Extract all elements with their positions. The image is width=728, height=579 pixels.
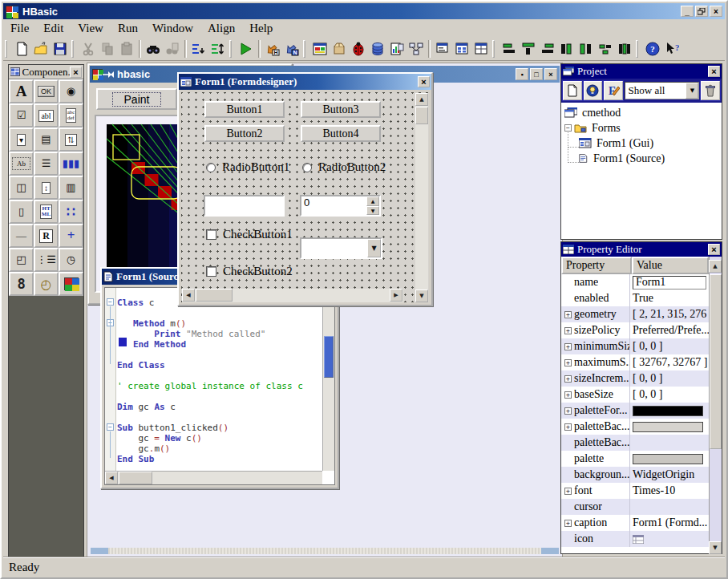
scroll-bar-component-icon[interactable]: ↕ xyxy=(34,176,59,200)
code-line[interactable]: gc.m() xyxy=(117,443,322,454)
designed-button1[interactable]: Button1 xyxy=(204,101,285,118)
project-new-icon[interactable] xyxy=(563,81,582,100)
expand-icon[interactable]: + xyxy=(564,488,572,495)
menu-file[interactable]: File xyxy=(3,20,36,37)
designed-checkbutton2[interactable]: CheckButton2 xyxy=(206,265,293,278)
toolbar-grip[interactable] xyxy=(71,40,77,58)
dial-component-icon[interactable]: ◷ xyxy=(59,248,83,272)
property-row-cursor[interactable]: cursor xyxy=(561,499,709,515)
combo-box-component-icon[interactable]: ▾ xyxy=(9,128,34,152)
color-swatch[interactable] xyxy=(633,454,703,464)
find-in-files-icon[interactable] xyxy=(163,39,182,59)
property-scrollbar[interactable]: ▲ ▼ xyxy=(709,257,722,553)
new-file-icon[interactable] xyxy=(12,39,31,59)
designed-button3[interactable]: Button3 xyxy=(301,101,381,118)
app-close-icon[interactable]: × xyxy=(544,68,557,80)
expand-icon[interactable]: + xyxy=(564,327,572,334)
spin-arrows[interactable]: ▲▼ xyxy=(366,196,379,215)
radio-button-component-icon[interactable]: ◉ xyxy=(59,79,83,103)
line-component-icon[interactable]: — xyxy=(9,224,34,248)
property-row-paletteBac[interactable]: paletteBac... xyxy=(561,435,709,451)
minimize-button[interactable]: _ xyxy=(681,6,694,17)
expand-icon[interactable]: + xyxy=(564,359,572,366)
save-icon[interactable] xyxy=(51,39,70,59)
code-area[interactable]: Class c Method m() Print "Method called"… xyxy=(117,288,322,471)
build-native-icon[interactable]: N xyxy=(282,39,301,59)
code-line[interactable]: Sub button1_clicked() xyxy=(117,423,322,433)
paint-button[interactable]: Paint xyxy=(96,88,177,110)
html-view-component-icon[interactable]: HT ML xyxy=(34,200,59,224)
designed-radiobutton2[interactable]: RadioButton2 xyxy=(302,160,386,174)
form-designer-icon[interactable] xyxy=(310,39,330,59)
property-row-paletteFor[interactable]: +paletteFor... xyxy=(561,403,709,419)
expand-icon[interactable]: + xyxy=(564,407,572,415)
property-row-sizeIncrem[interactable]: +sizeIncrem...[ 0, 0 ] xyxy=(561,370,709,387)
tree-item-form1-source[interactable]: Form1 (Source) xyxy=(561,151,722,166)
property-row-maximumS[interactable]: +maximumS...[ 32767, 32767 ] xyxy=(561,354,709,370)
fold-collapse-icon[interactable]: − xyxy=(107,423,114,431)
find-icon[interactable] xyxy=(144,39,163,59)
code-line[interactable]: Dim gc As c xyxy=(117,402,322,412)
designer-title-bar[interactable]: Form1 (Formdesigner) × xyxy=(179,74,431,90)
designed-spinbox[interactable]: 0 ▲▼ xyxy=(300,195,381,217)
property-row-enabled[interactable]: enabledTrue xyxy=(561,290,709,306)
multi-line-edit-component-icon[interactable]: abc def xyxy=(59,103,83,128)
menu-help[interactable]: Help xyxy=(242,20,280,37)
property-column-header[interactable]: Property xyxy=(561,257,632,274)
run-icon[interactable] xyxy=(237,39,256,59)
code-line[interactable]: End Class xyxy=(117,360,322,370)
code-line[interactable]: End Sub xyxy=(117,454,322,464)
resize-grip[interactable] xyxy=(541,548,559,554)
app-maximize-icon[interactable]: □ xyxy=(530,68,543,80)
property-row-name[interactable]: nameForm1 xyxy=(561,274,709,290)
project-title-bar[interactable]: Project × xyxy=(561,64,722,79)
menu-align[interactable]: Align xyxy=(200,20,242,37)
package-icon[interactable] xyxy=(330,39,349,59)
designer-canvas[interactable]: Button1 Button3 Button2 Button4 RadioBut… xyxy=(181,92,429,302)
code-line[interactable]: Method m() xyxy=(117,318,322,329)
code-line[interactable]: ' create global instance of class c xyxy=(117,381,322,391)
toolbar-grip[interactable] xyxy=(492,40,498,58)
project-filter-select[interactable]: Show all ▼ xyxy=(625,82,700,99)
property-editor-title-bar[interactable]: Property Editor × xyxy=(561,242,722,257)
database-icon[interactable] xyxy=(368,39,387,59)
same-width-icon[interactable] xyxy=(576,39,596,59)
property-value-edit[interactable]: Form1 xyxy=(633,276,706,290)
expand-icon[interactable]: + xyxy=(564,391,572,399)
project-edit-icon[interactable]: E xyxy=(604,81,623,100)
fold-block-marker[interactable] xyxy=(119,338,127,346)
restore-button[interactable] xyxy=(695,6,708,17)
toolbar-grip[interactable] xyxy=(5,40,10,58)
expand-icon[interactable]: + xyxy=(564,375,572,383)
menu-view[interactable]: View xyxy=(71,20,111,37)
property-row-caption[interactable]: +captionForm1 (Formd... xyxy=(561,515,709,531)
designed-lineedit[interactable] xyxy=(204,195,285,217)
designed-checkbutton1[interactable]: CheckButton1 xyxy=(206,228,293,241)
align-left-icon[interactable] xyxy=(499,39,519,59)
report-icon[interactable] xyxy=(387,39,406,59)
copy-icon[interactable] xyxy=(98,39,117,59)
code-line[interactable] xyxy=(117,350,322,360)
source-hscrollbar[interactable]: ◀ xyxy=(105,471,322,484)
project-delete-icon[interactable] xyxy=(701,81,720,100)
code-line[interactable]: gc = New c() xyxy=(117,433,322,443)
fold-collapse-icon[interactable]: − xyxy=(107,298,114,306)
toolbar-grip[interactable] xyxy=(636,40,641,58)
designed-button2[interactable]: Button2 xyxy=(204,125,285,142)
designer-hscrollbar[interactable]: ◀ ▶ xyxy=(182,289,403,302)
property-row-font[interactable]: +fontTimes-10 xyxy=(561,483,709,499)
progress-bar-component-icon[interactable]: ▮▮▮ xyxy=(59,152,83,176)
debug-icon[interactable] xyxy=(349,39,368,59)
toolbar-grip[interactable] xyxy=(229,40,235,58)
property-row-palette[interactable]: palette xyxy=(561,451,709,467)
tree-item-form1-gui[interactable]: Form1 (Gui) xyxy=(561,136,722,151)
code-line[interactable] xyxy=(117,412,322,423)
tab-widget-component-icon[interactable]: ◰ xyxy=(9,248,34,272)
menu-run[interactable]: Run xyxy=(111,20,145,37)
code-line[interactable] xyxy=(117,370,322,381)
value-column-header[interactable]: Value xyxy=(632,257,709,274)
list-view-component-icon[interactable]: ☰ xyxy=(34,152,59,176)
property-row-sizePolicy[interactable]: +sizePolicyPreferred/Prefe... xyxy=(561,322,709,338)
list-box-component-icon[interactable]: ▤ xyxy=(34,128,59,152)
designer-vscrollbar[interactable]: ▲ ▼ xyxy=(415,93,428,302)
